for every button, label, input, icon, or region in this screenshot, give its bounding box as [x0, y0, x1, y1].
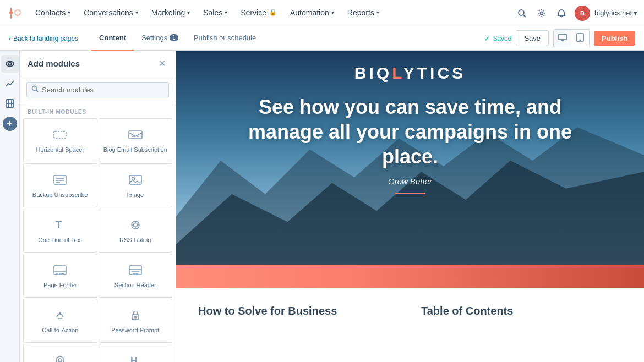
sub-navigation: ‹ Back to landing pages Content Settings…	[0, 26, 644, 51]
sidebar-add-button[interactable]: +	[3, 117, 17, 131]
image-icon	[128, 174, 143, 188]
settings-button[interactable]	[533, 4, 550, 22]
sub-nav-right: ✓ Saved Save Publish	[484, 29, 635, 47]
nav-sales[interactable]: Sales ▾	[197, 0, 234, 26]
svg-rect-18	[54, 131, 66, 138]
nav-contacts[interactable]: Contacts ▾	[29, 0, 77, 26]
settings-badge: 1	[170, 34, 178, 41]
svg-point-9	[580, 40, 581, 41]
nav-conversations[interactable]: Conversations ▾	[77, 0, 145, 26]
module-one-line-text[interactable]: T One Line of Text	[23, 209, 97, 253]
main-layout: + Add modules ✕ BUILT-IN MODULES	[0, 51, 644, 362]
modules-section-label: BUILT-IN MODULES	[20, 103, 176, 118]
sidebar-package-icon[interactable]	[1, 95, 19, 112]
modules-title: Add modules	[28, 59, 80, 68]
modules-grid: Horizontal Spacer Blog Email Subscriptio…	[20, 118, 176, 362]
modules-header: Add modules ✕	[20, 51, 176, 76]
module-label: Password Prompt	[111, 326, 159, 334]
text-icon: T	[52, 219, 68, 233]
chevron-left-icon: ‹	[9, 35, 11, 42]
close-button[interactable]: ✕	[156, 57, 168, 69]
chevron-down-icon: ▾	[187, 9, 190, 15]
module-label: Image	[127, 191, 144, 199]
module-backup-unsubscribe[interactable]: Backup Unsubscribe	[23, 163, 97, 207]
module-section-header[interactable]: Section Header	[99, 254, 173, 298]
notifications-button[interactable]	[553, 4, 570, 22]
chevron-down-icon: ▾	[376, 9, 379, 15]
module-label: Section Header	[114, 281, 156, 289]
svg-point-46	[134, 316, 136, 318]
module-blog-email-subscription[interactable]: Blog Email Subscription	[99, 118, 173, 162]
module-header[interactable]: H Header	[99, 344, 173, 362]
nav-automation[interactable]: Automation ▾	[283, 0, 341, 26]
saved-indicator: ✓ Saved	[484, 34, 511, 43]
backup-unsub-icon	[52, 174, 68, 188]
view-desktop-button[interactable]	[554, 30, 571, 47]
rss-icon	[128, 219, 143, 233]
nav-marketing[interactable]: Marketing ▾	[145, 0, 197, 26]
hero-divider	[395, 193, 425, 194]
svg-rect-19	[129, 131, 142, 139]
module-image[interactable]: Image	[99, 163, 173, 207]
modules-panel: Add modules ✕ BUILT-IN MODULES	[20, 51, 176, 362]
brand-logo: BIQLYTICS	[354, 64, 466, 83]
search-icon	[31, 85, 39, 94]
search-modules-input[interactable]	[42, 86, 164, 94]
module-call-to-action[interactable]: Call-to-Action	[23, 299, 97, 343]
nav-reports[interactable]: Reports ▾	[341, 0, 386, 26]
publish-button[interactable]: Publish	[594, 31, 635, 46]
module-label: One Line of Text	[38, 236, 82, 244]
toc-section: Table of Contents	[421, 305, 622, 317]
logo-icon	[52, 354, 68, 362]
view-tablet-button[interactable]	[571, 30, 589, 47]
how-section: How to Solve for Business Table of Conte…	[176, 288, 644, 334]
check-icon: ✓	[484, 34, 490, 43]
chevron-down-icon: ▾	[331, 9, 334, 15]
search-wrapper	[26, 82, 169, 97]
nav-service[interactable]: Service 🔒	[234, 0, 283, 26]
sidebar-chart-icon[interactable]	[1, 75, 19, 92]
module-label: RSS Listing	[119, 236, 151, 244]
svg-point-47	[56, 356, 64, 362]
toc-title: Table of Contents	[421, 305, 622, 317]
modules-search	[20, 76, 176, 103]
save-button[interactable]: Save	[516, 30, 549, 46]
back-to-landing-pages-link[interactable]: ‹ Back to landing pages	[9, 35, 78, 42]
svg-point-48	[58, 359, 62, 362]
header-icon: H	[128, 354, 143, 362]
svg-point-5	[541, 12, 543, 14]
canvas: BIQLYTICS See how you can save time, and…	[176, 51, 644, 362]
module-page-footer[interactable]: Page Footer	[23, 254, 97, 298]
chevron-down-icon: ▾	[68, 9, 70, 15]
chevron-down-icon: ▾	[135, 9, 138, 15]
account-name[interactable]: biglytics.net ▾	[594, 9, 637, 17]
how-to-title: How to Solve for Business	[198, 305, 399, 317]
tab-content[interactable]: Content	[91, 26, 134, 51]
tab-settings[interactable]: Settings 1	[134, 26, 186, 51]
hubspot-logo[interactable]	[7, 4, 24, 22]
avatar[interactable]: B	[575, 6, 590, 21]
svg-text:T: T	[56, 220, 62, 231]
svg-point-11	[8, 63, 11, 65]
brand-dot: L	[392, 64, 403, 82]
search-button[interactable]	[513, 4, 531, 22]
blog-email-icon	[128, 129, 143, 142]
module-horizontal-spacer[interactable]: Horizontal Spacer	[23, 118, 97, 162]
hero-section: BIQLYTICS See how you can save time, and…	[176, 51, 644, 265]
tab-publish-schedule[interactable]: Publish or schedule	[186, 26, 264, 51]
svg-rect-6	[559, 34, 566, 40]
module-label: Blog Email Subscription	[103, 146, 167, 153]
module-password-prompt[interactable]: Password Prompt	[99, 299, 173, 343]
module-rss-listing[interactable]: RSS Listing	[99, 209, 173, 253]
hero-subtext: Grow Better	[232, 177, 588, 186]
top-navigation: Contacts ▾ Conversations ▾ Marketing ▾ S…	[0, 0, 644, 26]
svg-point-30	[133, 223, 137, 227]
module-label: Horizontal Spacer	[36, 146, 84, 153]
module-logo[interactable]: Logo	[23, 344, 97, 362]
lock-icon: 🔒	[269, 9, 277, 16]
sidebar-eye-icon[interactable]	[1, 55, 19, 73]
password-prompt-icon	[128, 309, 143, 323]
horizontal-spacer-icon	[52, 129, 68, 142]
nav-links: Contacts ▾ Conversations ▾ Marketing ▾ S…	[29, 0, 513, 26]
footer-icon	[52, 264, 68, 278]
